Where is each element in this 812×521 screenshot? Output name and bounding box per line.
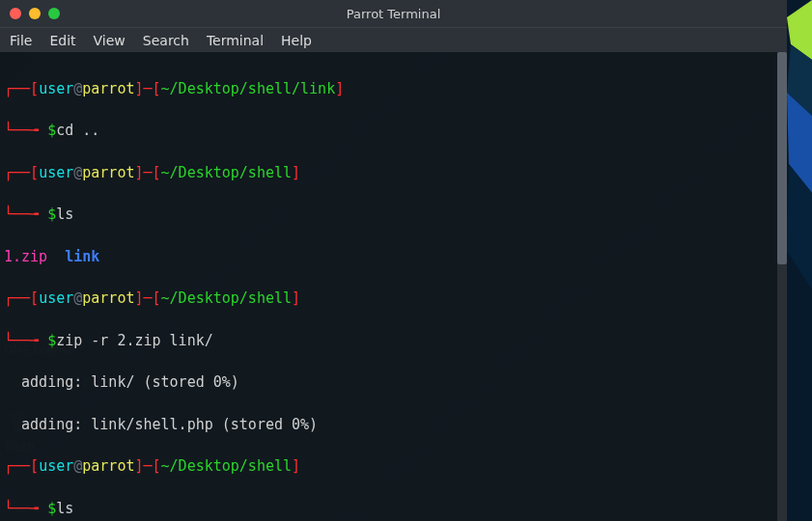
command-line: └──╼ $ls xyxy=(4,205,783,226)
prompt-line: ┌──[user@parrot]─[~/Desktop/shell/link] xyxy=(4,79,783,100)
prompt-line: ┌──[user@parrot]─[~/Desktop/shell] xyxy=(4,456,783,478)
wallpaper-parrot-edge xyxy=(787,0,812,521)
menu-help[interactable]: Help xyxy=(281,33,312,48)
menu-view[interactable]: View xyxy=(94,33,126,48)
menu-edit[interactable]: Edit xyxy=(49,33,75,48)
output-line: adding: link/ (stored 0%) xyxy=(4,372,783,394)
output-line: adding: link/shell.php (stored 0%) xyxy=(4,415,783,436)
close-button[interactable] xyxy=(10,8,21,19)
maximize-button[interactable] xyxy=(48,8,60,19)
terminal-window: Parrot Terminal File Edit View Search Te… xyxy=(0,0,787,521)
command-line: └──╼ $cd .. xyxy=(4,121,783,142)
command-line: └──╼ $zip -r 2.zip link/ xyxy=(4,331,783,352)
prompt-line: ┌──[user@parrot]─[~/Desktop/shell] xyxy=(4,163,783,184)
menu-search[interactable]: Search xyxy=(143,33,189,48)
menubar: File Edit View Search Terminal Help xyxy=(0,27,787,52)
window-controls xyxy=(0,8,60,19)
window-title: Parrot Terminal xyxy=(0,7,787,21)
menu-file[interactable]: File xyxy=(10,33,32,48)
titlebar[interactable]: Parrot Terminal xyxy=(0,0,787,27)
prompt-line: ┌──[user@parrot]─[~/Desktop/shell] xyxy=(4,288,783,310)
scrollbar-thumb[interactable] xyxy=(777,52,787,264)
terminal-output[interactable]: ┌──[user@parrot]─[~/Desktop/shell/link] … xyxy=(0,52,787,521)
scrollbar[interactable] xyxy=(777,52,787,521)
minimize-button[interactable] xyxy=(29,8,41,19)
output-line: 1.zip link xyxy=(4,247,783,268)
menu-terminal[interactable]: Terminal xyxy=(207,33,264,48)
command-line: └──╼ $ls xyxy=(4,499,783,520)
